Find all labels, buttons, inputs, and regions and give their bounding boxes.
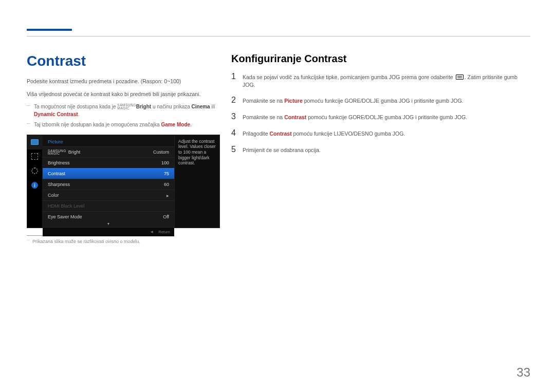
osd-row-color: Color ▶ xyxy=(43,190,174,200)
osd-tab-picture xyxy=(27,135,42,150)
section-title: Konfiguriranje Contrast xyxy=(231,53,530,65)
osd-footer: ◀ Return xyxy=(43,227,174,236)
menu-icon xyxy=(456,74,464,80)
osd-tab-settings xyxy=(27,164,42,178)
chevron-left-icon: ◀ xyxy=(151,230,153,234)
step-1: 1 Kada se pojavi vodič za funkcijske tip… xyxy=(231,72,530,88)
footnote: Prikazana slika može se razlikovati ovis… xyxy=(27,239,217,245)
osd-list: Picture SAMSUNGMAGICBright Custom Bright… xyxy=(43,135,174,228)
chevron-down-icon: ▼ xyxy=(43,222,174,227)
accent-bar xyxy=(27,29,72,31)
osd-help-panel: Adjust the contrast level. Values closer… xyxy=(174,135,219,228)
step-3: 3 Pomaknite se na Contrast pomoću funkci… xyxy=(231,112,530,121)
osd-row-contrast: Contrast 75 xyxy=(43,168,174,179)
osd-row-magicbright: SAMSUNGMAGICBright Custom xyxy=(43,146,174,157)
osd-row-brightness: Brightness 100 xyxy=(43,157,174,168)
gear-icon xyxy=(31,167,38,174)
osd-row-eyesaver: Eye Saver Mode Off xyxy=(43,211,174,222)
note-1: Ta mogućnost nije dostupna kada je SAMSU… xyxy=(27,103,217,118)
note-2: Taj izbornik nije dostupan kada je omogu… xyxy=(27,121,217,128)
step-5: 5 Primijenit će se odabrana opcija. xyxy=(231,145,530,154)
intro-1: Podesite kontrast između predmeta i poza… xyxy=(27,78,217,85)
step-4: 4 Prilagodite Contrast pomoću funkcije L… xyxy=(231,128,530,138)
page-title: Contrast xyxy=(27,53,217,69)
osd-tab-2 xyxy=(27,150,42,164)
osd-row-hdmi: HDMI Black Level xyxy=(43,200,174,211)
square-icon xyxy=(31,153,38,160)
osd-screenshot: i Picture SAMSUNGMAGICBright Custom Brig… xyxy=(27,135,220,228)
chevron-right-icon: ▶ xyxy=(166,194,169,197)
step-2: 2 Pomaknite se na Picture pomoću funkcij… xyxy=(231,96,530,105)
osd-tab-info: i xyxy=(27,178,42,193)
info-icon: i xyxy=(31,182,38,189)
monitor-icon xyxy=(31,139,39,145)
osd-heading: Picture xyxy=(43,135,174,146)
page-number: 33 xyxy=(516,365,530,380)
osd-row-sharpness: Sharpness 60 xyxy=(43,179,174,190)
intro-2: Viša vrijednost povećat će kontrast kako… xyxy=(27,90,217,98)
osd-sidebar: i xyxy=(27,135,43,228)
top-rule xyxy=(27,36,530,36)
